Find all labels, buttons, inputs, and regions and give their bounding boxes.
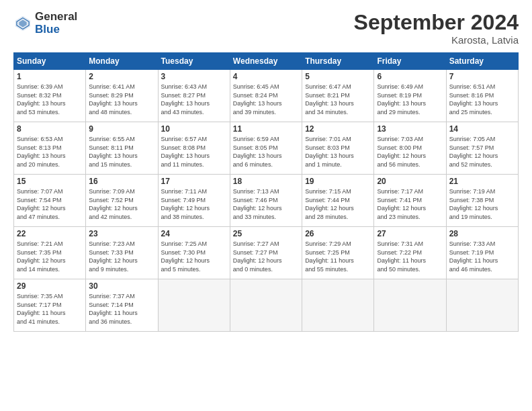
table-cell: 7Sunrise: 6:51 AM Sunset: 8:16 PM Daylig… bbox=[446, 70, 518, 122]
day-number: 3 bbox=[161, 72, 227, 81]
table-cell: 8Sunrise: 6:53 AM Sunset: 8:13 PM Daylig… bbox=[14, 122, 86, 175]
table-cell: 2Sunrise: 6:41 AM Sunset: 8:29 PM Daylig… bbox=[86, 70, 158, 122]
table-cell: 4Sunrise: 6:45 AM Sunset: 8:24 PM Daylig… bbox=[230, 70, 302, 122]
table-cell: 23Sunrise: 7:23 AM Sunset: 7:33 PM Dayli… bbox=[86, 227, 158, 279]
day-number: 15 bbox=[17, 177, 83, 186]
day-info: Sunrise: 6:43 AM Sunset: 8:27 PM Dayligh… bbox=[161, 83, 227, 116]
day-info: Sunrise: 7:09 AM Sunset: 7:52 PM Dayligh… bbox=[89, 187, 154, 221]
table-cell: 25Sunrise: 7:27 AM Sunset: 7:27 PM Dayli… bbox=[230, 227, 302, 279]
logo-general: General bbox=[35, 11, 77, 24]
day-info: Sunrise: 7:05 AM Sunset: 7:57 PM Dayligh… bbox=[449, 135, 515, 169]
header-row: Sunday Monday Tuesday Wednesday Thursday… bbox=[14, 53, 519, 70]
logo-blue: Blue bbox=[35, 24, 77, 36]
day-info: Sunrise: 7:01 AM Sunset: 8:03 PM Dayligh… bbox=[305, 135, 371, 169]
table-cell: 9Sunrise: 6:55 AM Sunset: 8:11 PM Daylig… bbox=[86, 122, 158, 175]
table-cell: 11Sunrise: 6:59 AM Sunset: 8:05 PM Dayli… bbox=[230, 122, 302, 175]
location: Karosta, Latvia bbox=[354, 34, 519, 46]
day-info: Sunrise: 6:41 AM Sunset: 8:29 PM Dayligh… bbox=[89, 83, 154, 116]
table-cell: 12Sunrise: 7:01 AM Sunset: 8:03 PM Dayli… bbox=[302, 122, 374, 175]
day-number: 29 bbox=[17, 281, 83, 291]
table-cell bbox=[446, 279, 518, 332]
col-wednesday: Wednesday bbox=[230, 53, 302, 70]
table-cell: 13Sunrise: 7:03 AM Sunset: 8:00 PM Dayli… bbox=[374, 122, 446, 175]
day-number: 14 bbox=[449, 124, 515, 134]
calendar-table: Sunday Monday Tuesday Wednesday Thursday… bbox=[13, 52, 519, 332]
day-number: 7 bbox=[449, 72, 515, 81]
table-cell: 20Sunrise: 7:17 AM Sunset: 7:41 PM Dayli… bbox=[374, 175, 446, 227]
day-info: Sunrise: 7:21 AM Sunset: 7:35 PM Dayligh… bbox=[17, 240, 83, 273]
table-row: 29Sunrise: 7:35 AM Sunset: 7:17 PM Dayli… bbox=[14, 279, 519, 332]
col-saturday: Saturday bbox=[446, 53, 518, 70]
col-monday: Monday bbox=[86, 53, 158, 70]
col-friday: Friday bbox=[374, 53, 446, 70]
day-number: 28 bbox=[449, 229, 515, 238]
logo: General Blue bbox=[13, 11, 77, 36]
day-info: Sunrise: 7:27 AM Sunset: 7:27 PM Dayligh… bbox=[233, 240, 299, 273]
day-number: 1 bbox=[17, 72, 83, 81]
day-number: 19 bbox=[305, 177, 371, 186]
day-info: Sunrise: 6:51 AM Sunset: 8:16 PM Dayligh… bbox=[449, 83, 515, 116]
table-row: 8Sunrise: 6:53 AM Sunset: 8:13 PM Daylig… bbox=[14, 122, 519, 175]
day-number: 23 bbox=[89, 229, 154, 238]
day-info: Sunrise: 7:33 AM Sunset: 7:19 PM Dayligh… bbox=[449, 240, 515, 273]
day-info: Sunrise: 7:31 AM Sunset: 7:22 PM Dayligh… bbox=[377, 240, 443, 273]
table-cell: 21Sunrise: 7:19 AM Sunset: 7:38 PM Dayli… bbox=[446, 175, 518, 227]
day-info: Sunrise: 7:17 AM Sunset: 7:41 PM Dayligh… bbox=[377, 187, 443, 221]
day-info: Sunrise: 6:55 AM Sunset: 8:11 PM Dayligh… bbox=[89, 135, 154, 169]
day-number: 4 bbox=[233, 72, 299, 81]
table-cell: 10Sunrise: 6:57 AM Sunset: 8:08 PM Dayli… bbox=[158, 122, 230, 175]
day-info: Sunrise: 6:49 AM Sunset: 8:19 PM Dayligh… bbox=[377, 83, 443, 116]
col-tuesday: Tuesday bbox=[158, 53, 230, 70]
month-title: September 2024 bbox=[354, 11, 519, 34]
table-row: 22Sunrise: 7:21 AM Sunset: 7:35 PM Dayli… bbox=[14, 227, 519, 279]
day-number: 10 bbox=[161, 124, 227, 134]
table-cell: 24Sunrise: 7:25 AM Sunset: 7:30 PM Dayli… bbox=[158, 227, 230, 279]
table-cell: 26Sunrise: 7:29 AM Sunset: 7:25 PM Dayli… bbox=[302, 227, 374, 279]
day-number: 13 bbox=[377, 124, 443, 134]
col-thursday: Thursday bbox=[302, 53, 374, 70]
day-info: Sunrise: 7:25 AM Sunset: 7:30 PM Dayligh… bbox=[161, 240, 227, 273]
day-info: Sunrise: 7:35 AM Sunset: 7:17 PM Dayligh… bbox=[17, 292, 83, 326]
table-cell: 22Sunrise: 7:21 AM Sunset: 7:35 PM Dayli… bbox=[14, 227, 86, 279]
table-cell: 17Sunrise: 7:11 AM Sunset: 7:49 PM Dayli… bbox=[158, 175, 230, 227]
day-number: 17 bbox=[161, 177, 227, 186]
col-sunday: Sunday bbox=[14, 53, 86, 70]
table-row: 1Sunrise: 6:39 AM Sunset: 8:32 PM Daylig… bbox=[14, 70, 519, 122]
day-number: 16 bbox=[89, 177, 154, 186]
table-cell: 15Sunrise: 7:07 AM Sunset: 7:54 PM Dayli… bbox=[14, 175, 86, 227]
table-cell: 19Sunrise: 7:15 AM Sunset: 7:44 PM Dayli… bbox=[302, 175, 374, 227]
day-info: Sunrise: 6:39 AM Sunset: 8:32 PM Dayligh… bbox=[17, 83, 83, 116]
day-info: Sunrise: 6:57 AM Sunset: 8:08 PM Dayligh… bbox=[161, 135, 227, 169]
day-info: Sunrise: 7:37 AM Sunset: 7:14 PM Dayligh… bbox=[89, 292, 154, 326]
day-number: 27 bbox=[377, 229, 443, 238]
day-info: Sunrise: 7:29 AM Sunset: 7:25 PM Dayligh… bbox=[305, 240, 371, 273]
day-number: 6 bbox=[377, 72, 443, 81]
day-number: 18 bbox=[233, 177, 299, 186]
day-number: 21 bbox=[449, 177, 515, 186]
day-info: Sunrise: 6:53 AM Sunset: 8:13 PM Dayligh… bbox=[17, 135, 83, 169]
day-number: 26 bbox=[305, 229, 371, 238]
table-cell: 18Sunrise: 7:13 AM Sunset: 7:46 PM Dayli… bbox=[230, 175, 302, 227]
day-info: Sunrise: 7:19 AM Sunset: 7:38 PM Dayligh… bbox=[449, 187, 515, 221]
logo-icon bbox=[13, 14, 32, 33]
table-cell: 5Sunrise: 6:47 AM Sunset: 8:21 PM Daylig… bbox=[302, 70, 374, 122]
day-number: 11 bbox=[233, 124, 299, 134]
day-number: 12 bbox=[305, 124, 371, 134]
table-cell: 30Sunrise: 7:37 AM Sunset: 7:14 PM Dayli… bbox=[86, 279, 158, 332]
day-number: 24 bbox=[161, 229, 227, 238]
table-cell bbox=[230, 279, 302, 332]
table-cell: 29Sunrise: 7:35 AM Sunset: 7:17 PM Dayli… bbox=[14, 279, 86, 332]
day-info: Sunrise: 7:23 AM Sunset: 7:33 PM Dayligh… bbox=[89, 240, 154, 273]
table-cell: 28Sunrise: 7:33 AM Sunset: 7:19 PM Dayli… bbox=[446, 227, 518, 279]
day-number: 30 bbox=[89, 281, 154, 291]
table-cell: 3Sunrise: 6:43 AM Sunset: 8:27 PM Daylig… bbox=[158, 70, 230, 122]
day-info: Sunrise: 6:47 AM Sunset: 8:21 PM Dayligh… bbox=[305, 83, 371, 116]
table-cell bbox=[302, 279, 374, 332]
header: General Blue September 2024 Karosta, Lat… bbox=[13, 11, 519, 46]
day-number: 9 bbox=[89, 124, 154, 134]
day-info: Sunrise: 7:11 AM Sunset: 7:49 PM Dayligh… bbox=[161, 187, 227, 221]
calendar-page: General Blue September 2024 Karosta, Lat… bbox=[0, 0, 532, 411]
day-number: 2 bbox=[89, 72, 154, 81]
day-info: Sunrise: 7:15 AM Sunset: 7:44 PM Dayligh… bbox=[305, 187, 371, 221]
table-row: 15Sunrise: 7:07 AM Sunset: 7:54 PM Dayli… bbox=[14, 175, 519, 227]
